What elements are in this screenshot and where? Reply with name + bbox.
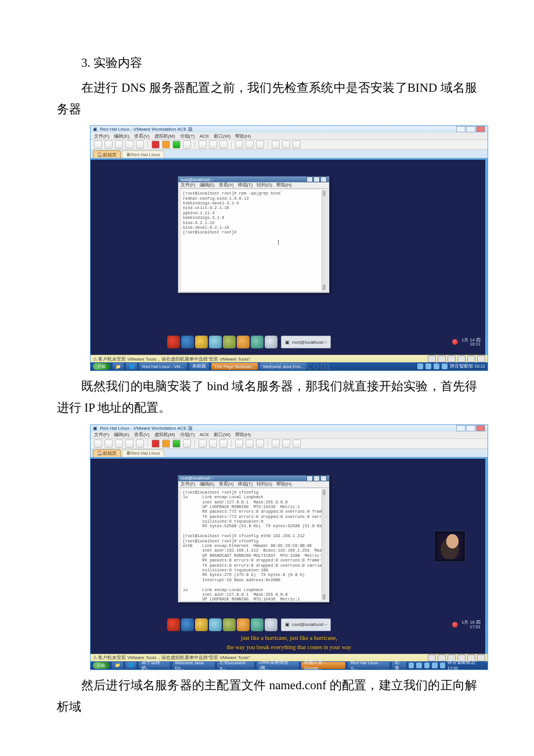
terminal-output[interactable]: [root@localhost root]# rpm -qa|grep bind… [180,189,327,292]
term-menu-item[interactable]: 查看(V) [219,481,234,487]
toolbar-icon[interactable] [136,141,144,149]
tray-icon[interactable] [424,663,430,668]
email-icon[interactable] [223,618,236,631]
maximize-button[interactable] [466,126,475,132]
terminal-window[interactable]: root@localhost:~ 文件(F) 编辑(E) 查看(V) 终端(T)… [178,176,330,293]
term-menu-item[interactable]: 终端(T) [238,182,253,188]
tab-home[interactable]: 🏠 起始页 [93,150,121,158]
terminal-scrollbar[interactable] [322,489,326,600]
terminal-launcher-icon[interactable] [195,336,208,348]
terminal-launcher-icon[interactable] [195,618,208,631]
menu-item[interactable]: 文件(F) [94,431,109,438]
app-icon[interactable] [251,618,264,631]
toolbar-icon[interactable] [104,141,113,149]
terminal-close-icon[interactable] [320,476,327,481]
app-icon[interactable] [265,336,277,348]
snapshot-icon[interactable] [209,440,217,448]
term-menu-item[interactable]: 查看(V) [219,182,234,188]
minimize-button[interactable] [456,425,466,431]
menu-item[interactable]: 虚拟机(M) [154,133,175,139]
tray-icon[interactable] [432,663,437,668]
fullscreen-icon[interactable] [235,141,243,149]
menu-item[interactable]: 分组(T) [180,431,195,438]
system-tray[interactable]: 拼音智能加 10:11 [417,363,485,369]
snapshot-icon[interactable] [219,141,228,149]
music-widget[interactable] [434,531,466,562]
host-task[interactable]: 🌐 [126,363,137,370]
host-task[interactable]: Welcome Java En... [172,662,215,669]
start-button[interactable]: 开始 [93,363,110,370]
host-task[interactable]: C:\Document a... [217,662,254,669]
menu-item[interactable]: 分组(T) [180,133,195,139]
tray-icon[interactable] [416,663,421,668]
terminal-maximize-icon[interactable] [313,177,320,182]
toolbar-icon[interactable] [246,440,254,448]
menu-item[interactable]: 文件(F) [94,133,109,139]
toolbar-icon[interactable] [115,440,123,448]
system-tray[interactable]: 拼音智能状态 17:01 [409,660,485,671]
reset-icon[interactable] [183,440,191,448]
snapshot-icon[interactable] [199,141,207,149]
redhat-menu-icon[interactable] [167,618,180,631]
tab-guest[interactable]: 🖥 Red Hat Linux [122,449,164,457]
maximize-button[interactable] [466,425,475,431]
guest-desktop[interactable]: root@localhost:~ 文件(F) 编辑(E) 查看(V) 终端(T)… [91,458,488,654]
host-task[interactable]: 🌐 [125,662,136,669]
reset-icon[interactable] [183,141,191,149]
terminal-titlebar[interactable]: root@localhost:~ [178,476,329,481]
snapshot-icon[interactable] [209,141,217,149]
browser-icon[interactable] [209,336,222,348]
redhat-menu-icon[interactable] [167,336,180,348]
term-menu-item[interactable]: 帮助(H) [276,481,291,487]
menu-item[interactable]: ACE [200,134,209,139]
host-task[interactable]: Red Hat Linux - VM... [139,363,187,370]
device-icon[interactable] [457,355,466,362]
toolbar-icon[interactable] [115,141,123,149]
snapshot-icon[interactable] [219,440,228,448]
poweron-icon[interactable] [172,440,181,448]
tray-icon[interactable] [409,663,414,668]
menu-item[interactable]: 帮助(H) [235,133,251,139]
browser-icon[interactable] [209,618,222,631]
taskbar-terminal[interactable]: ▣ root@localhost:~ [281,336,331,348]
gnome-clock[interactable]: 1月 16 四17:01 [452,619,481,631]
tab-guest[interactable]: 🖥 Red Hat Linux [122,150,164,158]
tray-icon[interactable] [425,363,431,369]
tray-icon[interactable] [442,363,448,369]
device-icon[interactable] [477,355,485,362]
toolbar-icon[interactable] [246,141,254,149]
suspend-icon[interactable] [162,141,170,149]
guest-desktop[interactable]: root@localhost:~ 文件(F) 编辑(E) 查看(V) 终端(T)… [91,159,488,355]
tab-home[interactable]: 🏠 起始页 [93,449,121,457]
app-icon[interactable] [265,618,277,631]
term-menu-item[interactable]: 帮助(H) [276,182,291,188]
toolbar-icon[interactable] [293,141,301,149]
office-icon[interactable] [237,336,250,348]
toolbar-icon[interactable] [125,440,134,448]
host-task[interactable]: 此图片面 - Google... [301,662,345,669]
menu-item[interactable]: 虚拟机(M) [154,431,175,438]
fullscreen-icon[interactable] [235,440,243,448]
toolbar-icon[interactable] [94,141,102,149]
menu-item[interactable]: 查看(V) [134,431,150,438]
term-menu-item[interactable]: 转到(G) [257,481,272,487]
tray-icon[interactable] [434,363,439,369]
office-icon[interactable] [237,618,250,631]
snapshot-icon[interactable] [199,440,207,448]
menu-item[interactable]: 编辑(E) [114,133,129,139]
terminal-window[interactable]: root@localhost:~ 文件(F) 编辑(E) 查看(V) 终端(T)… [178,475,330,603]
device-icon[interactable] [428,355,436,362]
term-menu-item[interactable]: 文件(F) [181,182,196,188]
terminal-maximize-icon[interactable] [313,476,320,481]
toolbar-icon[interactable] [125,141,134,149]
host-taskbar[interactable]: 开始 📁 🌐 基于远程的... Welcome Java En... C:\Do… [91,661,488,669]
poweroff-icon[interactable] [151,440,160,448]
notification-dot-icon[interactable] [452,339,458,345]
terminal-close-icon[interactable] [320,177,327,182]
toolbar-icon[interactable] [256,440,264,448]
taskbar-terminal[interactable]: ▣ root@localhost:~ [281,618,331,631]
toolbar-icon[interactable] [272,141,280,149]
nautilus-icon[interactable] [181,618,194,631]
menu-item[interactable]: 编辑(E) [114,431,129,438]
term-menu-item[interactable]: 编辑(E) [200,182,215,188]
